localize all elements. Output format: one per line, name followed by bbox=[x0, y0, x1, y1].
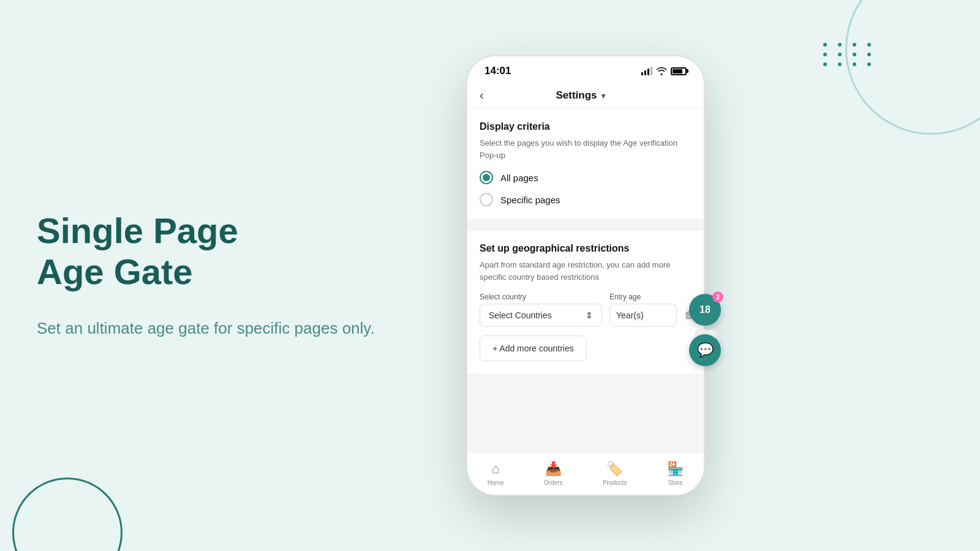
floating-chat-button[interactable]: 💬 bbox=[689, 334, 721, 366]
entry-age-dropdown[interactable]: Year(s) bbox=[609, 304, 677, 327]
subtitle: Set an ultimate age gate for specific pa… bbox=[37, 317, 404, 340]
back-button[interactable]: ‹ bbox=[480, 88, 484, 102]
phone-content: Display criteria Select the pages you wi… bbox=[467, 109, 704, 474]
status-icons bbox=[641, 67, 687, 75]
display-criteria-title: Display criteria bbox=[480, 121, 692, 132]
radio-all-pages[interactable]: All pages bbox=[480, 171, 692, 184]
nav-bar: ‹ Settings ▼ bbox=[467, 82, 704, 109]
products-icon: 🏷️ bbox=[606, 461, 623, 477]
nav-item-orders[interactable]: 📥 Orders bbox=[544, 461, 563, 486]
store-icon: 🏪 bbox=[667, 461, 684, 477]
bg-circle-top-right bbox=[845, 0, 980, 135]
bottom-nav: ⌂ Home 📥 Orders 🏷️ Products 🏪 Store bbox=[467, 452, 704, 495]
status-time: 14:01 bbox=[484, 65, 511, 77]
country-row: Select country Select Countries ⇕ Entry … bbox=[480, 293, 692, 327]
nav-item-products[interactable]: 🏷️ Products bbox=[603, 461, 627, 486]
nav-dropdown-arrow: ▼ bbox=[600, 92, 607, 100]
select-country-group: Select country Select Countries ⇕ bbox=[480, 293, 602, 327]
select-country-label: Select country bbox=[480, 293, 602, 301]
status-bar: 14:01 bbox=[467, 56, 704, 82]
display-criteria-section: Display criteria Select the pages you wi… bbox=[467, 109, 704, 219]
signal-icon bbox=[641, 67, 652, 75]
wifi-icon bbox=[656, 67, 667, 75]
radio-all-pages-label: All pages bbox=[500, 173, 538, 183]
entry-age-label: Entry age bbox=[609, 293, 696, 301]
geo-desc: Apart from standard age restriction, you… bbox=[480, 259, 692, 283]
geo-section: Set up geographical restrictions Apart f… bbox=[467, 231, 704, 373]
left-content: Single Page Age Gate Set an ultimate age… bbox=[37, 211, 404, 340]
radio-group: All pages Specific pages bbox=[480, 171, 692, 206]
entry-age-value: Year(s) bbox=[616, 310, 644, 320]
radio-specific-pages-outer bbox=[480, 193, 493, 206]
select-countries-dropdown[interactable]: Select Countries ⇕ bbox=[480, 304, 602, 327]
age-badge: 2 bbox=[712, 291, 723, 302]
orders-icon: 📥 bbox=[545, 461, 562, 477]
nav-item-home[interactable]: ⌂ Home bbox=[488, 461, 504, 486]
geo-title: Set up geographical restrictions bbox=[480, 243, 692, 254]
chat-icon: 💬 bbox=[697, 342, 714, 358]
phone: 14:01 bbox=[466, 55, 705, 496]
nav-title: Settings ▼ bbox=[490, 89, 673, 102]
entry-age-group: Entry age Year(s) 🗑 bbox=[609, 293, 696, 327]
radio-specific-pages-label: Specific pages bbox=[500, 195, 560, 205]
radio-specific-pages[interactable]: Specific pages bbox=[480, 193, 692, 206]
select-countries-arrow: ⇕ bbox=[586, 310, 593, 320]
home-label: Home bbox=[488, 479, 504, 486]
select-countries-value: Select Countries bbox=[489, 310, 552, 320]
store-label: Store bbox=[668, 479, 683, 486]
age-button-value: 18 bbox=[699, 304, 710, 315]
bg-circle-bottom-left bbox=[12, 478, 123, 551]
home-icon: ⌂ bbox=[491, 461, 499, 477]
radio-all-pages-inner bbox=[483, 174, 490, 181]
battery-icon bbox=[671, 67, 687, 75]
radio-all-pages-outer bbox=[480, 171, 493, 184]
nav-item-store[interactable]: 🏪 Store bbox=[667, 461, 684, 486]
products-label: Products bbox=[603, 479, 627, 486]
add-more-countries-button[interactable]: + Add more countries bbox=[480, 335, 587, 361]
floating-age-button[interactable]: 18 2 bbox=[689, 294, 721, 326]
main-title: Single Page Age Gate bbox=[37, 211, 404, 292]
display-criteria-desc: Select the pages you wish to display the… bbox=[480, 137, 692, 161]
bg-dots bbox=[823, 43, 876, 66]
orders-label: Orders bbox=[544, 479, 563, 486]
